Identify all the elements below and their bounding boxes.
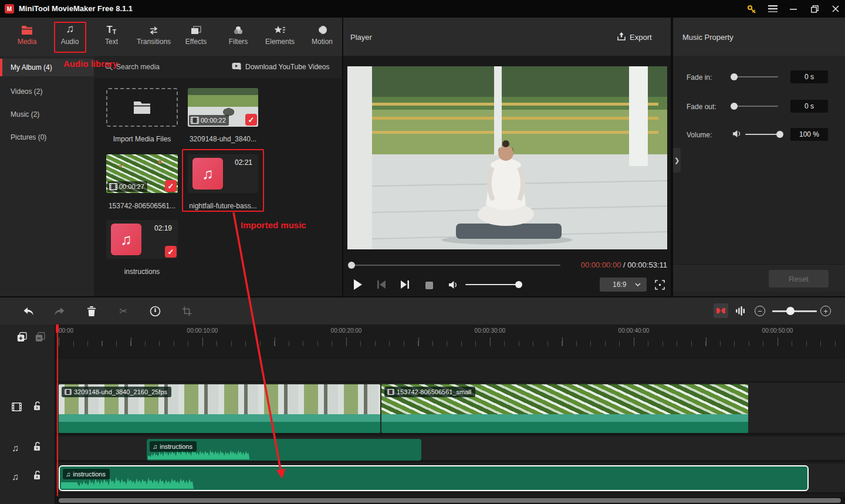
seek-handle[interactable] [348, 262, 355, 269]
sidebar-item-pictures[interactable]: Pictures (0) [0, 128, 94, 146]
search-input[interactable]: Search media [116, 63, 160, 71]
media-item-audio-instructions[interactable]: ♫ 02:19 ✓ [106, 220, 178, 259]
player-volume-icon[interactable] [445, 277, 461, 292]
stop-button[interactable] [421, 278, 437, 293]
film-icon [387, 389, 394, 395]
volume-slider[interactable] [745, 134, 780, 135]
music-note-icon: ♫ [66, 471, 70, 478]
sidebar-item-videos[interactable]: Videos (2) [0, 83, 94, 100]
redo-button[interactable] [52, 303, 67, 319]
timeline-audio-clip-2-selected[interactable]: ♫ instructions [59, 465, 809, 491]
check-icon: ✓ [245, 114, 257, 126]
video-duration-badge: 00:00:27 [107, 181, 147, 192]
video-duration-badge: 00:00:22 [189, 115, 229, 126]
reset-button[interactable]: Reset [769, 270, 829, 287]
fade-in-handle[interactable] [731, 73, 738, 80]
zoom-in-button[interactable]: + [820, 306, 831, 316]
close-button[interactable] [829, 2, 842, 15]
add-track-button[interactable] [17, 332, 27, 342]
annotation-text-audio-library: Audio library [63, 59, 118, 69]
ribbon-tab-elements[interactable]: Elements [259, 21, 301, 54]
folder-icon [133, 100, 151, 114]
ribbon-tab-transitions[interactable]: Transitions [131, 21, 176, 54]
media-item-label: instructions [106, 268, 178, 276]
clip-label-badge: ♫ instructions [150, 441, 197, 452]
playhead[interactable] [57, 324, 58, 496]
download-youtube-videos-button[interactable]: Download YouTube Videos [245, 63, 329, 71]
ruler-label: 00:00 [59, 327, 73, 334]
ruler-major-ticks[interactable] [59, 337, 845, 346]
split-scissors-button[interactable]: ✂ [116, 303, 131, 319]
film-icon [65, 389, 72, 395]
motion-icon [317, 21, 327, 35]
playhead-handle[interactable] [56, 324, 59, 333]
ribbon-tab-motion[interactable]: Motion [303, 21, 341, 54]
text-icon: TT [107, 21, 117, 35]
music-note-icon: ♫ [192, 158, 223, 190]
ribbon-tab-audio[interactable]: ♫ Audio [51, 21, 89, 54]
fade-out-value[interactable]: 0 s [790, 100, 828, 113]
audio-duration: 02:19 [154, 224, 172, 232]
ribbon-tab-effects[interactable]: Effects [177, 21, 215, 54]
fade-out-handle[interactable] [731, 103, 738, 110]
minimize-button[interactable] [787, 2, 800, 15]
fade-in-slider[interactable] [732, 76, 778, 77]
previous-frame-button[interactable] [374, 277, 389, 292]
next-frame-button[interactable] [397, 277, 413, 292]
clip-label-badge: 153742-806506561_small [384, 387, 475, 397]
license-key-icon[interactable] [745, 2, 758, 15]
video-track-lock-icon[interactable] [33, 401, 41, 411]
audio-track-2-lock-icon[interactable] [33, 471, 41, 480]
maximize-button[interactable] [808, 2, 821, 15]
check-icon: ✓ [165, 180, 177, 192]
panel-collapse-chevron[interactable]: ❯ [673, 148, 681, 172]
player-volume-slider[interactable] [465, 284, 519, 285]
audio-duration: 02:21 [235, 158, 252, 167]
speed-button[interactable] [147, 303, 163, 319]
seek-bar[interactable] [350, 265, 560, 266]
media-item-video-153742[interactable]: 00:00:27 ✓ [106, 154, 178, 193]
sidebar-item-music[interactable]: Music (2) [0, 106, 94, 123]
timeline-zoom-handle[interactable] [786, 307, 795, 315]
timeline-zoom-slider[interactable] [772, 310, 817, 312]
timeline-video-clip-2[interactable]: 153742-806506561_small [381, 384, 748, 433]
delete-button[interactable] [84, 303, 99, 319]
fade-in-value[interactable]: 0 s [790, 70, 828, 83]
zoom-out-button[interactable]: − [755, 306, 765, 316]
media-item-video-3209148[interactable]: 00:00:22 ✓ [188, 88, 258, 127]
media-item-audio-nightfall[interactable]: ♫ 02:21 [188, 154, 258, 193]
remove-track-button[interactable] [35, 332, 45, 342]
youtube-download-icon [232, 62, 242, 70]
ribbon-tab-filters[interactable]: Filters [219, 21, 257, 54]
volume-value[interactable]: 100 % [790, 128, 828, 141]
player-volume-handle[interactable] [515, 281, 522, 288]
audio-track-1-lock-icon[interactable] [33, 442, 41, 451]
music-note-icon: ♫ [153, 443, 157, 450]
fade-out-slider[interactable] [732, 106, 778, 107]
timeline-video-clip-1[interactable]: 3209148-uhd_3840_2160_25fps [59, 384, 380, 433]
play-button[interactable] [350, 277, 366, 292]
import-media-label: Import Media Files [106, 135, 178, 143]
timeline-scrollbar-thumb[interactable] [59, 498, 841, 503]
snap-toggle-button[interactable] [714, 303, 728, 318]
aspect-ratio-select[interactable]: 16:9 [600, 278, 647, 292]
import-media-tile[interactable] [106, 88, 178, 127]
fade-in-label: Fade in: [687, 73, 712, 82]
menu-icon[interactable] [766, 2, 779, 15]
undo-button[interactable] [21, 303, 36, 319]
track-height-button[interactable] [732, 303, 748, 319]
fullscreen-button[interactable] [653, 278, 666, 291]
ribbon-tab-text[interactable]: TT Text [94, 21, 129, 54]
crop-button[interactable] [179, 303, 194, 319]
film-icon [191, 117, 199, 124]
effects-icon [191, 21, 201, 35]
clip-label-badge: ♫ instructions [63, 469, 110, 479]
timeline-audio-clip-1[interactable]: ♫ instructions [147, 439, 421, 461]
ruler-label: 00:00:40:00 [610, 327, 657, 334]
fade-out-label: Fade out: [687, 103, 716, 111]
volume-handle[interactable] [776, 131, 783, 138]
export-button[interactable]: Export [630, 33, 652, 42]
ribbon-tab-media[interactable]: Media [8, 21, 46, 54]
media-toolbar: Search media Download YouTube Videos [94, 56, 342, 78]
annotation-text-imported-music: Imported music [241, 220, 306, 230]
